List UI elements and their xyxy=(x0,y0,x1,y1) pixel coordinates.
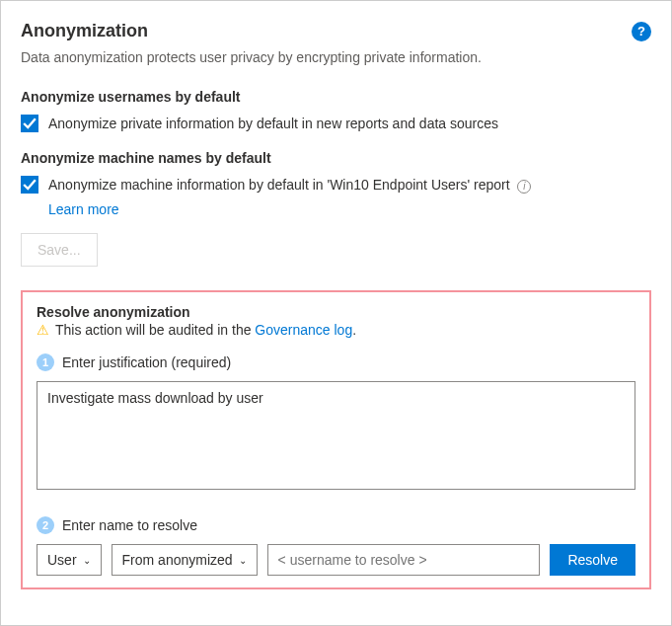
help-icon[interactable]: ? xyxy=(632,22,651,41)
machines-checkbox-label: Anonymize machine information by default… xyxy=(48,176,531,194)
warning-icon: ⚠ xyxy=(37,322,49,338)
resolve-title: Resolve anonymization xyxy=(37,304,635,320)
step-2-badge: 2 xyxy=(37,516,54,534)
governance-log-link[interactable]: Governance log xyxy=(255,322,352,338)
usernames-checkbox[interactable] xyxy=(21,115,38,132)
direction-dropdown[interactable]: From anonymized ⌄ xyxy=(112,544,258,576)
learn-more-link[interactable]: Learn more xyxy=(48,201,651,217)
step-2-label: Enter name to resolve xyxy=(62,517,197,533)
check-icon xyxy=(23,117,37,130)
machines-section-title: Anonymize machine names by default xyxy=(21,150,651,166)
chevron-down-icon: ⌄ xyxy=(239,555,247,566)
page-description: Data anonymization protects user privacy… xyxy=(21,49,651,65)
page-title: Anonymization xyxy=(21,21,148,41)
info-icon[interactable]: i xyxy=(517,180,531,194)
resolve-button[interactable]: Resolve xyxy=(550,544,635,576)
justification-input[interactable] xyxy=(37,381,635,490)
usernames-checkbox-label: Anonymize private information by default… xyxy=(48,115,498,132)
step-1-badge: 1 xyxy=(37,353,54,371)
step-1-label: Enter justification (required) xyxy=(62,354,231,370)
chevron-down-icon: ⌄ xyxy=(83,555,91,566)
type-dropdown[interactable]: User ⌄ xyxy=(37,544,102,576)
save-button[interactable]: Save... xyxy=(21,233,98,267)
check-icon xyxy=(23,178,37,192)
machines-checkbox[interactable] xyxy=(21,176,38,194)
audit-text: This action will be audited in the Gover… xyxy=(55,322,356,338)
resolve-panel: Resolve anonymization ⚠ This action will… xyxy=(21,290,651,589)
usernames-section-title: Anonymize usernames by default xyxy=(21,89,651,105)
name-input[interactable] xyxy=(267,544,541,576)
